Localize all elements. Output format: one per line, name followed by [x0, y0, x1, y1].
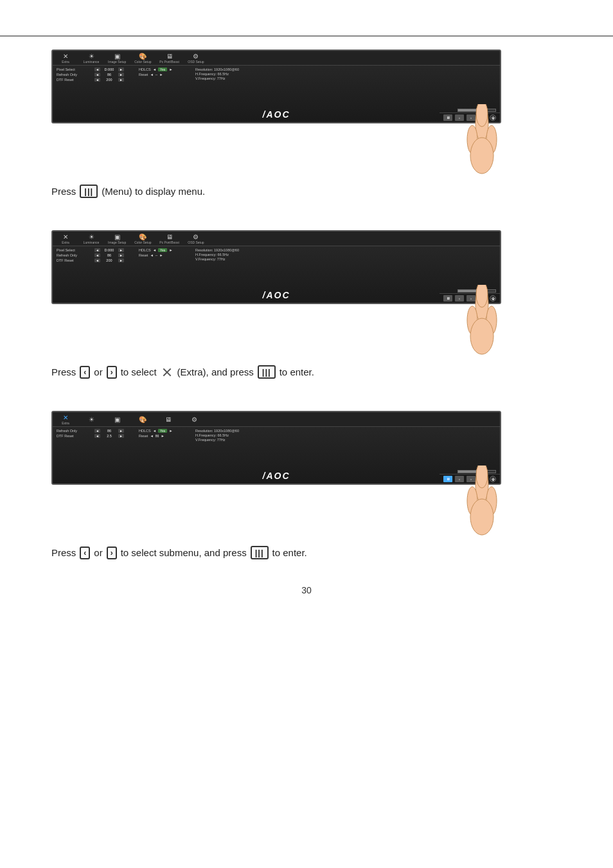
osd-icon2-image: ▣ Image Setup: [108, 233, 126, 244]
nav2-btn-monitor: 🖥: [443, 295, 452, 302]
osd-icon2-luminance: ☀ Luminance: [82, 233, 100, 244]
svg-point-4: [476, 104, 488, 127]
svg-point-3: [470, 138, 493, 174]
hand-pointer-1: [456, 104, 508, 175]
hand-pointer-2: [456, 285, 508, 356]
monitor-1: ✕ Extra ☀ Luminance ▣ Image Setup 🎨 Colo…: [51, 50, 501, 123]
osd-left-1: Pixel Select ◄ D:000 ► Refresh Only ◄ 86…: [57, 68, 134, 120]
instr2-or: or: [94, 366, 102, 377]
screen-2: ✕ Extra ☀ Luminance ▣ Image Setup 🎨 Colo…: [51, 230, 501, 304]
instr2-right-icon: ›: [107, 366, 117, 379]
osd-icon3-color: 🎨: [134, 416, 152, 423]
instruction-3: Press ‹ or › to select submenu, and pres…: [51, 546, 307, 559]
screen-3: ✕ Extra ☀ ▣ 🎨 🖥 ⚙: [51, 411, 501, 485]
nav-btn-monitor: 🖥: [443, 114, 452, 121]
extra-x-icon: [161, 366, 173, 379]
osd-row-pixel: Pixel Select ◄ D:000 ►: [57, 68, 134, 71]
osd-mid-row-reset: Reset ◄ -- ►: [139, 73, 190, 77]
osd-mid-2: HDLCS ◄ Yes ► Reset ◄ -- ►: [139, 248, 190, 301]
instr2-left-icon: ‹: [80, 366, 90, 379]
hand-pointer-3: [456, 466, 508, 536]
osd-icon3-osdsetup: ⚙: [185, 416, 203, 423]
instruction-1: Press ||| (Menu) to display menu.: [51, 185, 205, 198]
osd-icon3-pcport: 🖥: [159, 416, 177, 423]
instr1-press: Press: [51, 186, 76, 197]
osd-top-bar-2: ✕ Extra ☀ Luminance ▣ Image Setup 🎨 Colo…: [53, 231, 500, 246]
osd-left-2: Pixel Select ◄ D:000 ► Refresh Only ◄ 86…: [57, 248, 134, 301]
section3: ✕ Extra ☀ ▣ 🎨 🖥 ⚙: [0, 411, 613, 559]
aoc-brand-1: /AOC: [263, 109, 290, 120]
osd-right-2: Resolution: 1920x1080@60 H.Frequency: 66…: [195, 248, 272, 301]
instr3-right-icon: ›: [107, 547, 117, 559]
instr3-press: Press: [51, 547, 76, 558]
nav3-btn-monitor: 🖥: [443, 476, 452, 482]
instr3-toenter: to enter.: [272, 547, 307, 558]
instr2-menu-icon: |||: [258, 365, 276, 379]
instr3-menu-icon: |||: [251, 546, 269, 559]
screen-1: ✕ Extra ☀ Luminance ▣ Image Setup 🎨 Colo…: [51, 50, 501, 123]
osd-top-bar-3: ✕ Extra ☀ ▣ 🎨 🖥 ⚙: [53, 412, 500, 427]
osd-mid-row-hdlcs: HDLCS ◄ Yes ►: [139, 68, 190, 71]
osd2-mid-row-reset: Reset ◄ -- ►: [139, 253, 190, 257]
section2: ✕ Extra ☀ Luminance ▣ Image Setup 🎨 Colo…: [0, 230, 613, 379]
aoc-brand-2: /AOC: [263, 290, 290, 300]
osd-right-1: Resolution: 1920x1080@60 H.Frequency: 66…: [195, 68, 272, 120]
instr2-press: Press: [51, 366, 76, 377]
osd-icon-pcport: 🖥 Pc Port/Boost: [159, 53, 179, 64]
osd-icon3-extra: ✕ Extra: [57, 414, 75, 425]
svg-point-13: [470, 499, 493, 535]
osd-icon3-luminance: ☀: [82, 416, 100, 423]
svg-point-14: [476, 466, 488, 488]
osd2-row-refresh: Refresh Only ◄ 86 ►: [57, 253, 134, 257]
page-number: 30: [0, 585, 613, 615]
instr3-left-icon: ‹: [80, 547, 90, 559]
instr3-submenu: to select submenu, and press: [121, 547, 247, 558]
osd2-row-pixel: Pixel Select ◄ D:000 ►: [57, 248, 134, 252]
svg-point-8: [470, 318, 493, 354]
osd-icon-extra: ✕ Extra: [57, 53, 75, 64]
instr2-extra-label: (Extra), and press: [177, 366, 254, 377]
osd3-row-dtf: DTF Reset ◄ 2.5 ►: [57, 434, 134, 438]
section1: ✕ Extra ☀ Luminance ▣ Image Setup 🎨 Colo…: [0, 50, 613, 198]
instr1-text: (Menu) to display menu.: [102, 186, 205, 197]
osd-icon-osdsetup: ⚙ OSD Setup: [187, 53, 205, 64]
instr3-or: or: [94, 547, 102, 558]
osd-icon2-extra: ✕ Extra: [57, 233, 75, 244]
svg-point-9: [476, 285, 488, 307]
instr1-menu-icon: |||: [80, 185, 98, 198]
osd-mid-3: HDLCS ◄ Yes ► Reset ◄ 86 ►: [139, 429, 190, 482]
osd-left-3: Refresh Only ◄ 86 ► DTF Reset ◄ 2.5 ►: [57, 429, 134, 482]
top-rule: [0, 35, 613, 37]
osd-mid-1: HDLCS ◄ Yes ► Reset ◄ -- ►: [139, 68, 190, 120]
monitor-2: ✕ Extra ☀ Luminance ▣ Image Setup 🎨 Colo…: [51, 230, 501, 304]
osd3-mid-row-hdlcs: HDLCS ◄ Yes ►: [139, 429, 190, 433]
osd-top-bar-1: ✕ Extra ☀ Luminance ▣ Image Setup 🎨 Colo…: [53, 51, 500, 66]
osd3-mid-row-reset: Reset ◄ 86 ►: [139, 434, 190, 438]
osd2-mid-row-hdlcs: HDLCS ◄ Yes ►: [139, 248, 190, 252]
osd-icon-color: 🎨 Color Setup: [134, 53, 152, 64]
osd-icon2-color: 🎨 Color Setup: [134, 233, 152, 244]
osd-row-refresh: Refresh Only ◄ 86 ►: [57, 73, 134, 77]
osd-icon2-osdsetup: ⚙ OSD Setup: [187, 233, 205, 244]
osd3-row-refresh: Refresh Only ◄ 86 ►: [57, 429, 134, 433]
instr2-toenter: to enter.: [280, 366, 314, 377]
osd-right-3: Resolution: 1920x1080@60 H.Frequency: 66…: [195, 429, 272, 482]
osd2-row-dtf: DTF Reset ◄ 200 ►: [57, 258, 134, 262]
osd-row-dtf: DTF Reset ◄ 200 ►: [57, 78, 134, 82]
osd-icon2-pcport: 🖥 Pc Port/Boost: [159, 233, 179, 244]
osd-icon-image: ▣ Image Setup: [108, 53, 126, 64]
osd-icon-luminance: ☀ Luminance: [82, 53, 100, 64]
aoc-brand-3: /AOC: [263, 471, 290, 481]
instruction-2: Press ‹ or › to select (Extra), and pres…: [51, 365, 314, 379]
osd-icon3-image: ▣: [108, 416, 126, 423]
monitor-3: ✕ Extra ☀ ▣ 🎨 🖥 ⚙: [51, 411, 501, 485]
instr2-toselect: to select: [121, 366, 157, 377]
